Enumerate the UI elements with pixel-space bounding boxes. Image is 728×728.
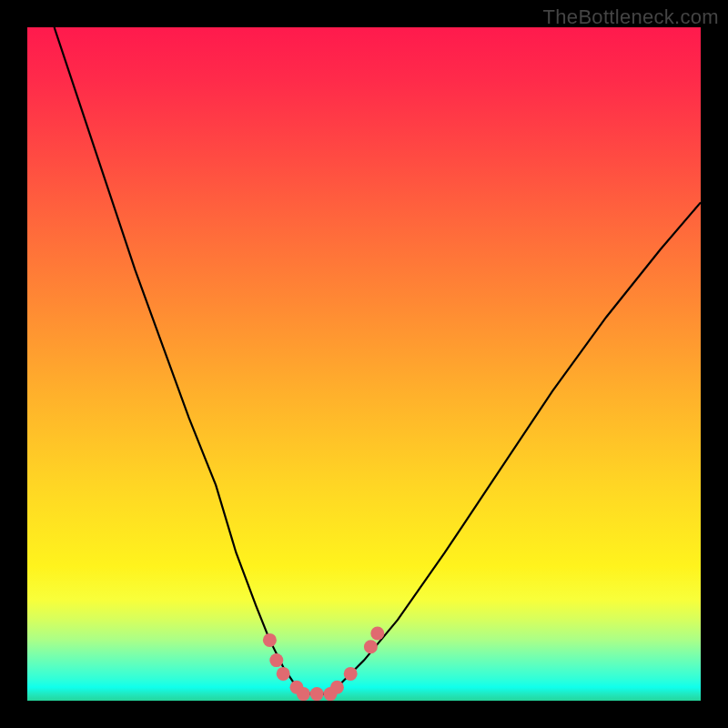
bottleneck-curve-path bbox=[55, 27, 701, 694]
highlight-dot bbox=[297, 687, 310, 701]
highlight-dot bbox=[269, 653, 283, 667]
highlight-dot bbox=[277, 667, 290, 681]
highlight-dot bbox=[344, 667, 358, 681]
highlight-dot bbox=[310, 687, 324, 701]
highlight-dot bbox=[370, 627, 384, 641]
highlight-dot bbox=[364, 640, 378, 653]
highlight-dot bbox=[263, 633, 277, 647]
highlight-dot bbox=[330, 681, 344, 694]
watermark-text: TheBottleneck.com bbox=[543, 5, 719, 29]
highlight-markers bbox=[263, 627, 384, 702]
bottleneck-curve-svg bbox=[27, 27, 701, 701]
chart-plot-area bbox=[27, 27, 701, 701]
